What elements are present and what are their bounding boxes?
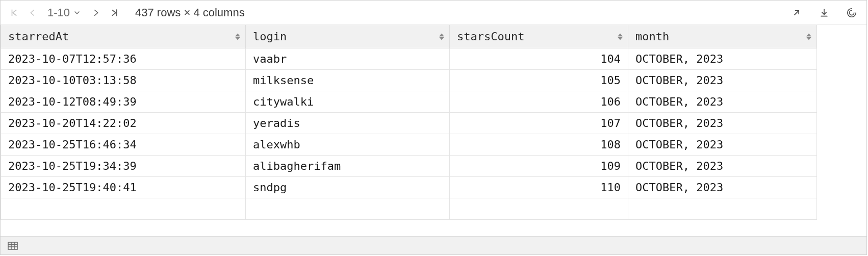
cell-month: OCTOBER, 2023 [628, 113, 817, 134]
cell-starredAt: 2023-10-20T14:22:02 [1, 113, 246, 134]
column-label: login [253, 30, 287, 43]
table-row[interactable]: 2023-10-25T19:34:39 alibagherifam 109 OC… [1, 156, 817, 177]
cell-month [628, 198, 817, 220]
cell-month: OCTOBER, 2023 [628, 48, 817, 70]
download-button[interactable] [816, 5, 832, 20]
sort-icon[interactable] [235, 33, 240, 40]
sort-icon[interactable] [806, 33, 811, 40]
table-row[interactable] [1, 198, 817, 220]
column-label: starsCount [457, 30, 524, 43]
svg-marker-10 [618, 37, 623, 40]
cell-starredAt: 2023-10-10T03:13:58 [1, 70, 246, 91]
cell-starredAt: 2023-10-12T08:49:39 [1, 91, 246, 113]
table-row[interactable]: 2023-10-07T12:57:36 vaabr 104 OCTOBER, 2… [1, 48, 817, 70]
cell-starsCount: 104 [450, 48, 628, 70]
last-page-button[interactable] [108, 6, 121, 19]
cell-starsCount: 109 [450, 156, 628, 177]
cell-month: OCTOBER, 2023 [628, 91, 817, 113]
table-body: 2023-10-07T12:57:36 vaabr 104 OCTOBER, 2… [1, 48, 817, 220]
chevron-down-icon [73, 9, 81, 17]
table-row[interactable]: 2023-10-10T03:13:58 milksense 105 OCTOBE… [1, 70, 817, 91]
cell-starsCount: 107 [450, 113, 628, 134]
page-range-dropdown[interactable]: 1-10 [47, 6, 81, 19]
column-label: month [635, 30, 669, 43]
cell-login: alexwhb [246, 134, 450, 156]
svg-marker-6 [235, 37, 240, 40]
cell-starredAt: 2023-10-07T12:57:36 [1, 48, 246, 70]
sort-icon[interactable] [439, 33, 444, 40]
table-row[interactable]: 2023-10-12T08:49:39 citywalki 106 OCTOBE… [1, 91, 817, 113]
svg-line-2 [795, 10, 799, 14]
cell-login: alibagherifam [246, 156, 450, 177]
cell-month: OCTOBER, 2023 [628, 156, 817, 177]
table-header-row: starredAt login star [1, 25, 817, 48]
sort-icon[interactable] [618, 33, 623, 40]
table-icon[interactable] [8, 242, 18, 250]
column-header-starredAt[interactable]: starredAt [1, 25, 246, 48]
cell-month: OCTOBER, 2023 [628, 134, 817, 156]
column-header-starsCount[interactable]: starsCount [450, 25, 628, 48]
table-row[interactable]: 2023-10-25T16:46:34 alexwhb 108 OCTOBER,… [1, 134, 817, 156]
toolbar: 1-10 437 rows × 4 columns [1, 1, 866, 25]
refresh-button[interactable] [844, 5, 859, 20]
page-range-label: 1-10 [47, 6, 70, 19]
cell-login: milksense [246, 70, 450, 91]
cell-starsCount: 108 [450, 134, 628, 156]
svg-rect-13 [8, 242, 17, 249]
cell-starredAt: 2023-10-25T19:34:39 [1, 156, 246, 177]
open-external-button[interactable] [789, 5, 804, 20]
column-header-month[interactable]: month [628, 25, 817, 48]
svg-marker-12 [806, 37, 811, 40]
cell-login: yeradis [246, 113, 450, 134]
svg-marker-5 [235, 33, 240, 36]
prev-page-button[interactable] [26, 6, 39, 19]
row-count-summary: 437 rows × 4 columns [135, 6, 245, 19]
footer-bar [1, 236, 866, 254]
data-table: starredAt login star [1, 25, 817, 220]
cell-starredAt: 2023-10-25T16:46:34 [1, 134, 246, 156]
next-page-button[interactable] [89, 6, 103, 19]
cell-starsCount: 106 [450, 91, 628, 113]
cell-month: OCTOBER, 2023 [628, 177, 817, 198]
svg-marker-8 [439, 37, 444, 40]
cell-starsCount: 105 [450, 70, 628, 91]
cell-login [246, 198, 450, 220]
table-row[interactable]: 2023-10-25T19:40:41 sndpg 110 OCTOBER, 2… [1, 177, 817, 198]
table-row[interactable]: 2023-10-20T14:22:02 yeradis 107 OCTOBER,… [1, 113, 817, 134]
cell-login: vaabr [246, 48, 450, 70]
data-table-panel: 1-10 437 rows × 4 columns [0, 0, 867, 255]
column-label: starredAt [8, 30, 69, 43]
cell-login: sndpg [246, 177, 450, 198]
cell-login: citywalki [246, 91, 450, 113]
cell-starsCount: 110 [450, 177, 628, 198]
cell-starredAt: 2023-10-25T19:40:41 [1, 177, 246, 198]
cell-starredAt [1, 198, 246, 220]
cell-month: OCTOBER, 2023 [628, 70, 817, 91]
column-header-login[interactable]: login [246, 25, 450, 48]
table-scroll-area[interactable]: starredAt login star [1, 25, 866, 236]
svg-marker-11 [806, 33, 811, 36]
svg-marker-7 [439, 33, 444, 36]
svg-marker-9 [618, 33, 623, 36]
first-page-button[interactable] [8, 6, 21, 19]
cell-starsCount [450, 198, 628, 220]
